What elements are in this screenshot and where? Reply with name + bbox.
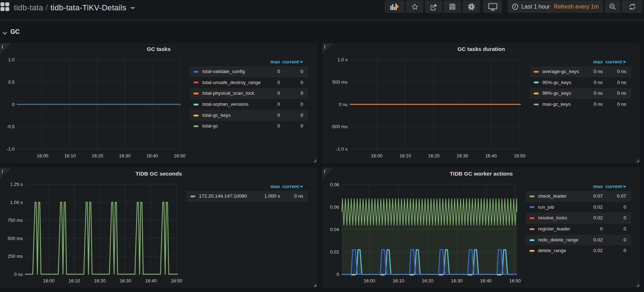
svg-text:16:30: 16:30 [456,153,468,158]
svg-text:16:50: 16:50 [514,153,526,158]
svg-text:16:40: 16:40 [485,153,497,158]
svg-text:16:20: 16:20 [91,153,103,158]
svg-text:16:30: 16:30 [451,278,463,283]
svg-text:1.0: 1.0 [8,57,15,62]
svg-text:-1.0 s: -1.0 s [336,146,348,152]
svg-text:1.00 s: 1.00 s [10,200,23,205]
svg-text:16:40: 16:40 [145,278,157,283]
svg-text:16:00: 16:00 [371,153,382,158]
svg-text:0 ns: 0 ns [14,272,23,277]
svg-text:16:20: 16:20 [94,278,106,283]
svg-text:16:10: 16:10 [64,153,76,158]
svg-text:250 ms: 250 ms [7,254,23,259]
svg-text:0.5: 0.5 [8,79,15,85]
svg-text:-0.5: -0.5 [7,124,15,129]
svg-text:16:50: 16:50 [171,278,183,283]
svg-text:16:20: 16:20 [422,278,434,283]
svg-text:0: 0 [12,102,15,107]
svg-text:16:00: 16:00 [364,278,375,283]
svg-text:0 ns: 0 ns [339,102,348,107]
svg-text:16:40: 16:40 [147,153,158,158]
svg-text:0.02: 0.02 [330,249,339,255]
svg-text:16:20: 16:20 [428,153,440,158]
svg-text:16:40: 16:40 [480,278,492,283]
svg-text:16:00: 16:00 [43,278,55,283]
svg-text:16:10: 16:10 [69,278,80,283]
svg-text:0.08: 0.08 [330,182,339,187]
svg-text:16:10: 16:10 [393,278,405,283]
svg-text:16:30: 16:30 [120,278,131,283]
svg-text:16:50: 16:50 [174,153,186,158]
svg-text:0.06: 0.06 [330,204,339,210]
svg-text:-1.0: -1.0 [7,146,15,152]
svg-text:16:10: 16:10 [400,153,411,158]
svg-text:0.04: 0.04 [330,227,339,232]
svg-text:1.0 s: 1.0 s [338,57,348,62]
svg-text:1.25 s: 1.25 s [10,182,23,187]
svg-text:0: 0 [337,272,339,277]
svg-text:16:50: 16:50 [509,278,521,283]
svg-text:16:00: 16:00 [37,153,48,158]
svg-text:750 ms: 750 ms [7,218,23,223]
svg-text:16:30: 16:30 [119,153,131,158]
svg-text:500 ms: 500 ms [7,236,23,241]
svg-text:-500 ms: -500 ms [331,124,348,129]
svg-text:500 ms: 500 ms [332,79,348,85]
